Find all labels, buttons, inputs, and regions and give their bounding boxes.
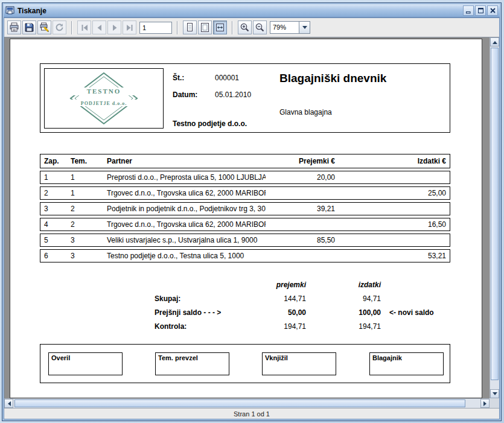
fit-page-icon xyxy=(200,22,210,33)
signature-box-tem-prevzel: Tem. prevzel xyxy=(155,352,229,375)
page-setup-button[interactable] xyxy=(37,21,51,34)
col-header-prejemki: Prejemki € xyxy=(266,154,335,168)
zoom-combobox[interactable]: 79% xyxy=(270,21,310,34)
report-table: Zap. Tem. Partner Prejemki € Izdatki € 1… xyxy=(40,154,450,262)
print-preview-window: Tiskanje xyxy=(2,2,502,421)
signature-label: Tem. prevzel xyxy=(158,354,198,361)
scroll-left-button[interactable] xyxy=(4,399,13,408)
last-page-button[interactable] xyxy=(123,21,136,34)
col-header-zap: Zap. xyxy=(40,154,68,168)
col-header-izdatki: Izdatki € xyxy=(335,154,450,168)
scroll-down-button[interactable] xyxy=(490,389,499,398)
svg-text:TESTNO: TESTNO xyxy=(87,87,121,95)
summary-izdatki: 194,71 xyxy=(306,320,381,334)
horizontal-scrollbar[interactable] xyxy=(4,398,490,408)
summary-note xyxy=(381,292,450,306)
fit-width-button[interactable] xyxy=(213,21,227,34)
save-button[interactable] xyxy=(22,21,36,34)
cell-tem: 3 xyxy=(68,234,104,246)
close-button[interactable] xyxy=(487,5,498,16)
page-number-input[interactable] xyxy=(139,22,172,34)
cell-partner: Trgovec d.n.o., Trgovska ulica 62, 2000 … xyxy=(104,218,266,231)
table-row: 3 2 Podjetnik in podjetnik d.n.o., Podje… xyxy=(40,202,450,215)
summary-row-kontrola: Kontrola: 194,71 194,71 xyxy=(40,320,450,334)
preview-area: TESTNO PODJETJE d.o.o. Št.: 000001 Datum… xyxy=(4,37,490,398)
cell-zap: 5 xyxy=(40,234,68,246)
signature-box-blagajnik: Blagajnik xyxy=(369,352,444,375)
cell-zap: 2 xyxy=(40,187,68,199)
scroll-right-button[interactable] xyxy=(480,399,490,408)
cell-izdatki xyxy=(335,234,450,246)
minimize-icon xyxy=(465,7,473,14)
scroll-up-button[interactable] xyxy=(490,37,499,46)
single-page-icon xyxy=(185,22,195,33)
cell-zap: 4 xyxy=(40,218,68,231)
cashbox-name: Glavna blagajna xyxy=(279,108,332,116)
cell-partner: Podjetnik in podjetnik d.n.o., Podjetnik… xyxy=(104,203,266,215)
table-row: 6 3 Testno podjetje d.o.o., Testna ulica… xyxy=(40,249,450,262)
minimize-button[interactable] xyxy=(463,5,474,16)
signature-section: Overil Tem. prevzel Vknjižil Blagajnik xyxy=(40,344,450,383)
summary-label: Kontrola: xyxy=(155,320,245,334)
cell-tem: 1 xyxy=(68,187,104,199)
window-title: Tiskanje xyxy=(18,7,462,15)
report-title: Blagajniški dnevnik xyxy=(279,72,386,85)
cell-prejemki: 39,21 xyxy=(266,203,335,215)
svg-text:PODJETJE d.o.o.: PODJETJE d.o.o. xyxy=(81,101,127,106)
maximize-button[interactable] xyxy=(475,5,486,16)
col-header-tem: Tem. xyxy=(68,154,104,168)
status-bar: Stran 1 od 1 xyxy=(4,408,499,419)
toolbar-separator xyxy=(232,21,233,34)
company-name: Testno podjetje d.o.o. xyxy=(173,119,247,128)
arrow-down-icon xyxy=(493,392,497,398)
next-page-icon xyxy=(110,23,120,33)
first-page-button[interactable] xyxy=(77,21,91,34)
vertical-scroll-thumb[interactable] xyxy=(491,48,499,380)
summary-izdatki: 100,00 xyxy=(306,306,381,320)
arrow-right-icon xyxy=(483,401,489,406)
summary-label: Prejšnji saldo - - - > xyxy=(155,306,245,320)
print-button[interactable] xyxy=(7,21,21,34)
fit-page-button[interactable] xyxy=(198,21,212,34)
summary-col1-header: prejemki xyxy=(245,278,306,292)
doc-number-value: 000001 xyxy=(215,74,239,82)
zoom-out-button[interactable] xyxy=(253,21,267,34)
signature-label: Blagajnik xyxy=(372,354,402,361)
document-page: TESTNO PODJETJE d.o.o. Št.: 000001 Datum… xyxy=(10,39,482,398)
horizontal-scroll-thumb[interactable] xyxy=(14,399,465,407)
cell-prejemki xyxy=(266,187,335,199)
doc-date-label: Datum: xyxy=(173,91,197,99)
scrollbar-corner xyxy=(490,398,499,408)
summary-label: Skupaj: xyxy=(155,292,245,306)
next-page-button[interactable] xyxy=(107,21,121,34)
table-row: 4 2 Trgovec d.n.o., Trgovska ulica 62, 2… xyxy=(40,218,450,231)
doc-number-label: Št.: xyxy=(173,74,184,82)
cell-zap: 3 xyxy=(40,203,68,215)
actual-size-button[interactable] xyxy=(183,21,197,34)
zoom-in-button[interactable] xyxy=(238,21,252,34)
summary-section: prejemki izdatki Skupaj: 144,71 94,71 Pr… xyxy=(40,278,450,334)
cell-tem: 3 xyxy=(68,250,104,262)
cell-izdatki xyxy=(335,203,450,215)
summary-note xyxy=(381,320,450,334)
first-page-icon xyxy=(80,23,89,33)
arrow-left-icon xyxy=(5,401,11,406)
reload-button[interactable] xyxy=(53,21,66,34)
refresh-icon xyxy=(54,22,65,33)
summary-header-row: prejemki izdatki xyxy=(40,278,450,292)
cell-izdatki: 53,21 xyxy=(335,250,450,262)
zoom-dropdown-button[interactable] xyxy=(299,21,310,34)
arrow-up-icon xyxy=(493,39,497,44)
logo-diamond-icon: TESTNO PODJETJE d.o.o. xyxy=(46,71,161,126)
previous-page-icon xyxy=(95,23,104,33)
printer-setup-icon xyxy=(39,22,49,33)
summary-izdatki: 94,71 xyxy=(306,292,381,306)
window-titlebar[interactable]: Tiskanje xyxy=(4,4,500,17)
cell-partner: Testno podjetje d.o.o., Testna ulica 5, … xyxy=(104,250,266,262)
signature-label: Vknjižil xyxy=(265,354,288,361)
toolbar-separator xyxy=(71,21,72,34)
vertical-scrollbar[interactable] xyxy=(490,37,499,398)
cell-tem: 2 xyxy=(68,218,104,231)
previous-page-button[interactable] xyxy=(92,21,106,34)
cell-prejemki: 20,00 xyxy=(266,171,335,183)
